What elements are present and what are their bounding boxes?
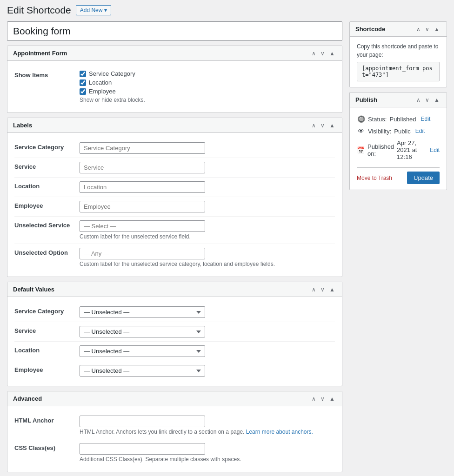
default-service-category-select[interactable]: — Unselected — xyxy=(80,306,205,318)
default-service-category-row: Service Category — Unselected — xyxy=(14,303,335,322)
employee-checkbox[interactable] xyxy=(80,88,86,95)
label-unselected-service-label: Unselected Service xyxy=(14,220,80,229)
publish-title: Publish xyxy=(355,96,377,103)
default-service-select[interactable]: — Unselected — xyxy=(80,326,205,337)
page-title: Edit Shortcode xyxy=(7,5,71,16)
labels-down-button[interactable]: ∨ xyxy=(319,123,326,128)
default-employee-row: Employee — Unselected — xyxy=(14,361,335,380)
label-employee-row: Employee xyxy=(14,197,335,217)
publish-controls: ∧ ∨ ▲ xyxy=(415,97,441,103)
service-category-checkbox-item[interactable]: Service Category xyxy=(80,70,335,77)
post-title-input[interactable] xyxy=(7,21,342,41)
label-service-category-input[interactable] xyxy=(80,142,205,154)
css-classes-input[interactable] xyxy=(80,443,205,455)
checkbox-group: Service Category Location Employee xyxy=(80,70,335,95)
labels-panel-body: Service Category Service Location xyxy=(7,133,342,277)
shortcode-collapse-button[interactable]: ▲ xyxy=(433,26,441,32)
published-edit-link[interactable]: Edit xyxy=(430,147,440,153)
show-items-label: Show Items xyxy=(14,70,80,79)
publish-down-button[interactable]: ∨ xyxy=(424,97,431,103)
label-unselected-service-field: Custom label for the unselected service … xyxy=(80,220,335,240)
label-unselected-service-input[interactable] xyxy=(80,220,205,232)
default-employee-select[interactable]: — Unselected — xyxy=(80,365,205,377)
default-employee-field: — Unselected — xyxy=(80,365,335,377)
html-anchor-input[interactable] xyxy=(80,416,205,427)
default-service-label: Service xyxy=(14,326,80,334)
visibility-edit-link[interactable]: Edit xyxy=(415,128,425,134)
move-to-trash-link[interactable]: Move to Trash xyxy=(357,175,392,181)
show-items-row: Show Items Service Category Location xyxy=(14,66,335,107)
default-values-body: Service Category — Unselected — Service … xyxy=(7,297,342,386)
default-values-collapse-button[interactable]: ▲ xyxy=(328,287,336,292)
publish-collapse-button[interactable]: ▲ xyxy=(433,97,441,103)
advanced-title: Advanced xyxy=(13,395,42,402)
status-edit-link[interactable]: Edit xyxy=(421,116,431,122)
panel-up-button[interactable]: ∧ xyxy=(310,51,317,56)
shortcode-body: Copy this shortcode and paste to your pa… xyxy=(350,37,447,87)
labels-panel: Labels ∧ ∨ ▲ Service Category xyxy=(7,118,342,277)
html-anchor-hint: HTML Anchor. Anchors lets you link direc… xyxy=(80,429,335,435)
visibility-label: Visibility: xyxy=(368,128,391,135)
shortcode-controls: ∧ ∨ ▲ xyxy=(415,26,441,32)
employee-checkbox-label: Employee xyxy=(89,88,116,95)
publish-actions: Move to Trash Update xyxy=(357,167,440,184)
default-values-panel: Default Values ∧ ∨ ▲ Service Category — … xyxy=(7,282,342,386)
label-location-label: Location xyxy=(14,181,80,190)
location-checkbox[interactable] xyxy=(80,79,86,86)
appointment-form-body: Show Items Service Category Location xyxy=(7,61,342,112)
label-location-input[interactable] xyxy=(80,181,205,193)
default-service-row: Service — Unselected — xyxy=(14,322,335,342)
default-service-field: — Unselected — xyxy=(80,326,335,337)
advanced-down-button[interactable]: ∨ xyxy=(319,396,326,402)
label-unselected-option-field: Custom label for the unselected service … xyxy=(80,248,335,267)
default-location-select[interactable]: — Unselected — xyxy=(80,345,205,357)
shortcode-panel-header: Shortcode ∧ ∨ ▲ xyxy=(350,22,447,37)
location-checkbox-item[interactable]: Location xyxy=(80,79,335,86)
shortcode-down-button[interactable]: ∨ xyxy=(424,26,431,32)
appointment-form-panel-header: Appointment Form ∧ ∨ ▲ xyxy=(7,46,342,61)
add-new-button[interactable]: Add New ▾ xyxy=(76,5,112,15)
label-service-input[interactable] xyxy=(80,162,205,173)
appointment-form-title: Appointment Form xyxy=(13,50,67,57)
learn-more-anchors-link[interactable]: Learn more about anchors. xyxy=(246,429,313,435)
label-unselected-option-row: Unselected Option Custom label for the u… xyxy=(14,244,335,271)
default-location-label: Location xyxy=(14,345,80,354)
labels-panel-controls: ∧ ∨ ▲ xyxy=(310,123,336,128)
page-header: Edit Shortcode Add New ▾ xyxy=(7,5,447,16)
default-values-down-button[interactable]: ∨ xyxy=(319,287,326,292)
label-service-label: Service xyxy=(14,162,80,170)
shortcode-title: Shortcode xyxy=(355,26,385,33)
default-values-controls: ∧ ∨ ▲ xyxy=(310,287,336,292)
advanced-collapse-button[interactable]: ▲ xyxy=(328,396,336,402)
service-category-checkbox[interactable] xyxy=(80,71,86,77)
shortcode-code[interactable]: [appointment_form post="473"] xyxy=(357,62,440,81)
labels-up-button[interactable]: ∧ xyxy=(310,123,317,128)
shortcode-up-button[interactable]: ∧ xyxy=(415,26,422,32)
shortcode-description: Copy this shortcode and paste to your pa… xyxy=(357,42,440,59)
visibility-icon: 👁 xyxy=(357,127,365,135)
status-icon: 🔘 xyxy=(357,115,365,123)
location-checkbox-label: Location xyxy=(89,79,112,86)
label-employee-input[interactable] xyxy=(80,201,205,212)
published-value: Apr 27, 2021 at 12:16 xyxy=(397,139,425,160)
employee-checkbox-item[interactable]: Employee xyxy=(80,88,335,95)
publish-up-button[interactable]: ∧ xyxy=(415,97,422,103)
default-values-up-button[interactable]: ∧ xyxy=(310,287,317,292)
html-anchor-field: HTML Anchor. Anchors lets you link direc… xyxy=(80,416,335,435)
publish-body: 🔘 Status: Published Edit 👁 Visibility: P… xyxy=(350,107,447,190)
labels-panel-header: Labels ∧ ∨ ▲ xyxy=(7,118,342,133)
left-column: Appointment Form ∧ ∨ ▲ Show Items xyxy=(7,21,342,472)
label-service-category-field xyxy=(80,142,335,154)
advanced-controls: ∧ ∨ ▲ xyxy=(310,396,336,402)
labels-collapse-button[interactable]: ▲ xyxy=(328,123,336,128)
calendar-icon: 📅 xyxy=(357,146,365,154)
advanced-up-button[interactable]: ∧ xyxy=(310,396,317,402)
panel-collapse-button[interactable]: ▲ xyxy=(328,51,336,56)
css-classes-hint: Additional CSS Class(es). Separate multi… xyxy=(80,456,335,463)
panel-down-button[interactable]: ∨ xyxy=(319,51,326,56)
default-service-category-label: Service Category xyxy=(14,306,80,315)
label-unselected-option-input[interactable] xyxy=(80,248,205,259)
update-button[interactable]: Update xyxy=(407,172,440,184)
advanced-panel: Advanced ∧ ∨ ▲ HTML Anchor HTML Anchor. … xyxy=(7,391,342,472)
css-classes-label: CSS Class(es) xyxy=(14,443,80,451)
